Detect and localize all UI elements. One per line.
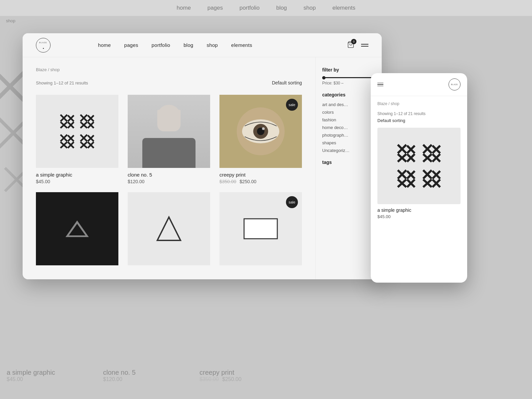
bg-nav-elements: elements [332, 5, 355, 11]
tags-title: tags [322, 160, 375, 165]
bg-bottom-name-3: creepy print [200, 369, 283, 376]
triangle-shape [156, 215, 182, 242]
product-image-5 [128, 192, 210, 265]
main-content: Blaze / shop Showing 1–12 of 21 results … [23, 57, 315, 279]
mobile-hamburger[interactable] [377, 83, 383, 86]
mobile-sort[interactable]: Default sorting [377, 118, 461, 123]
bg-bottom-card-3: creepy print $350.00 $250.00 [193, 364, 289, 386]
bg-bottom-card-2: clone no. 5 $120.00 [96, 364, 193, 386]
bg-bottom-name-1: a simple graphic [7, 369, 90, 376]
mobile-header: blaze [371, 73, 467, 96]
graphic-symbol-svg [59, 113, 95, 150]
category-list: art and des… colors fashion home deco… p… [322, 102, 375, 153]
product-image-2 [128, 95, 210, 168]
product-card-1[interactable]: a simple graphic $45.00 [36, 95, 118, 184]
product-name-3: creepy print [219, 172, 302, 178]
nav-pages[interactable]: pages [124, 42, 138, 48]
bg-bottom-price-2: $120.00 [103, 376, 186, 382]
bg-nav-home: home [177, 5, 191, 11]
nav-home[interactable]: home [98, 42, 111, 48]
dark-image [36, 192, 118, 265]
bg-nav-portfolio: portfolio [239, 5, 259, 11]
product-price-3: $350.00 $250.00 [219, 179, 302, 184]
product-image-1 [36, 95, 118, 168]
cart-badge: 0 [351, 39, 356, 44]
nav-elements[interactable]: elements [231, 42, 252, 48]
cat-colors[interactable]: colors [322, 110, 375, 115]
bg-bottom-products: a simple graphic $45.00 clone no. 5 $120… [0, 364, 299, 386]
nav-blog[interactable]: blog [184, 42, 194, 48]
mobile-product-price: $45.00 [377, 214, 461, 219]
menu-hamburger[interactable] [361, 44, 368, 47]
eye-illustration [234, 105, 287, 158]
mobile-product-image [377, 128, 461, 204]
mobile-product-name: a simple graphic [377, 207, 461, 213]
rect-shape [241, 215, 281, 242]
product-card-6[interactable]: sale [219, 192, 302, 265]
product-card-2[interactable]: clone no. 5 $120.00 [128, 95, 210, 184]
svg-rect-45 [244, 219, 277, 239]
breadcrumb: Blaze / shop [36, 67, 302, 72]
sort-dropdown[interactable]: Default sorting [272, 80, 302, 85]
bg-nav-blog: blog [276, 5, 287, 11]
window-content: Blaze / shop Showing 1–12 of 21 results … [23, 57, 382, 279]
filter-title: filter by [322, 67, 375, 72]
bg-shop-label: shop [6, 18, 15, 23]
products-grid: a simple graphic $45.00 [36, 95, 302, 184]
bg-bottom-price-3: $350.00 $250.00 [200, 376, 283, 382]
product-name-1: a simple graphic [36, 172, 118, 178]
product-price-1: $45.00 [36, 179, 118, 184]
product-card-3[interactable]: sale [219, 95, 302, 184]
bg-nav: home pages portfolio blog shop elements [0, 0, 532, 16]
svg-marker-44 [157, 217, 181, 240]
mobile-graphic-symbol [396, 143, 442, 189]
svg-point-43 [262, 127, 265, 130]
bg-nav-shop: shop [304, 5, 316, 11]
cat-fashion[interactable]: fashion [322, 117, 375, 122]
product-card-4[interactable] [36, 192, 118, 265]
mobile-content: Blaze / shop Showing 1–12 of 21 results … [371, 96, 467, 283]
price-range-bar[interactable] [322, 77, 375, 78]
product-price-2: $120.00 [128, 179, 210, 184]
mobile-logo-text: blaze [451, 83, 458, 85]
bg-bottom-name-2: clone no. 5 [103, 369, 186, 376]
clone-torso [142, 138, 196, 168]
product-image-3: sale [219, 95, 302, 168]
window-header: blaze home pages portfolio blog shop ele… [23, 33, 382, 57]
cat-shapes[interactable]: shapes [322, 140, 375, 145]
bg-bottom-card-1: a simple graphic $45.00 [0, 364, 96, 386]
person-photo [128, 95, 210, 168]
price-filter: Price: $30 – [322, 77, 375, 85]
product-image-4 [36, 192, 118, 265]
mobile-logo: blaze [449, 78, 461, 90]
logo: blaze [36, 38, 51, 53]
mobile-breadcrumb: Blaze / shop [377, 101, 461, 106]
dark-shape [64, 219, 90, 239]
cat-photo[interactable]: photograph… [322, 133, 375, 138]
sale-badge: sale [286, 99, 298, 111]
bg-bottom-price-1: $45.00 [7, 376, 90, 382]
product-image-6: sale [219, 192, 302, 265]
products-row2: sale [36, 192, 302, 265]
product-card-5[interactable] [128, 192, 210, 265]
price-label: Price: $30 – [322, 81, 375, 85]
main-nav: home pages portfolio blog shop elements [98, 42, 252, 48]
product-name-2: clone no. 5 [128, 172, 210, 178]
nav-portfolio[interactable]: portfolio [152, 42, 170, 48]
cat-uncategorized[interactable]: Uncategoriz… [322, 148, 375, 153]
shop-toolbar: Showing 1–12 of 21 results Default sorti… [36, 80, 302, 85]
nav-shop[interactable]: shop [207, 42, 218, 48]
cat-art[interactable]: art and des… [322, 102, 375, 107]
face-block [157, 117, 181, 125]
sale-badge-6: sale [286, 196, 298, 208]
results-count: Showing 1–12 of 21 results [36, 80, 88, 85]
category-title: categories [322, 92, 375, 97]
logo-dot [43, 48, 44, 49]
desktop-window: blaze home pages portfolio blog shop ele… [23, 33, 382, 279]
range-dot-left [322, 76, 326, 79]
price-sale-3: $250.00 [240, 179, 257, 184]
mobile-window: blaze Blaze / shop Showing 1–12 of 21 re… [371, 73, 467, 283]
cat-home[interactable]: home deco… [322, 125, 375, 130]
mobile-results: Showing 1–12 of 21 results [377, 111, 461, 116]
cart-button[interactable]: 0 [347, 41, 354, 50]
